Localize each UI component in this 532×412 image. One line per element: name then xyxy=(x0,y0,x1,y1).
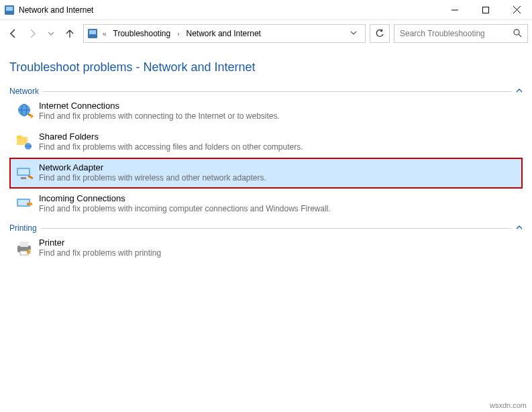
item-desc: Find and fix problems with accessing fil… xyxy=(39,142,303,152)
address-bar[interactable]: « Troubleshooting › Network and Internet xyxy=(83,24,366,43)
svg-rect-1 xyxy=(6,7,13,11)
firewall-icon xyxy=(13,193,35,215)
item-printer[interactable]: Printer Find and fix problems with print… xyxy=(9,233,523,264)
search-input[interactable]: Search Troubleshooting xyxy=(394,24,528,43)
svg-rect-3 xyxy=(483,7,489,13)
watermark: wsxdn.com xyxy=(490,401,527,409)
svg-point-8 xyxy=(514,30,519,35)
section-header-network[interactable]: Network xyxy=(9,87,523,96)
svg-rect-7 xyxy=(89,30,96,34)
control-panel-icon xyxy=(87,28,99,40)
chevron-up-icon[interactable] xyxy=(516,87,523,95)
nav-bar: « Troubleshooting › Network and Internet… xyxy=(0,20,532,47)
minimize-button[interactable] xyxy=(439,0,470,20)
close-button[interactable] xyxy=(501,0,532,20)
item-desc: Find and fix problems with incoming comp… xyxy=(39,204,331,214)
back-button[interactable] xyxy=(4,24,23,43)
item-incoming-connections[interactable]: Incoming Connections Find and fix proble… xyxy=(9,189,523,219)
item-desc: Find and fix problems with wireless and … xyxy=(39,173,266,183)
search-icon xyxy=(513,28,522,40)
section-label-printing: Printing xyxy=(9,223,37,233)
svg-rect-18 xyxy=(18,169,29,174)
search-placeholder: Search Troubleshooting xyxy=(400,29,485,38)
folder-network-icon xyxy=(13,132,35,153)
maximize-button[interactable] xyxy=(470,0,501,20)
chevron-up-icon[interactable] xyxy=(516,224,523,232)
content-area: Troubleshoot problems - Network and Inte… xyxy=(0,47,532,270)
svg-rect-19 xyxy=(21,177,26,179)
address-dropdown-button[interactable] xyxy=(345,30,362,38)
breadcrumb-network-internet[interactable]: Network and Internet xyxy=(184,28,264,40)
svg-rect-23 xyxy=(20,242,28,247)
recent-locations-button[interactable] xyxy=(42,24,60,43)
item-desc: Find and fix problems with printing xyxy=(39,248,161,258)
page-title: Troubleshoot problems - Network and Inte… xyxy=(9,60,523,74)
item-title: Incoming Connections xyxy=(39,193,331,204)
section-label-network: Network xyxy=(9,87,39,96)
window-controls xyxy=(439,0,532,20)
forward-button[interactable] xyxy=(23,24,42,43)
item-desc: Find and fix problems with connecting to… xyxy=(39,111,280,121)
item-network-adapter[interactable]: Network Adapter Find and fix problems wi… xyxy=(9,158,523,189)
network-adapter-icon xyxy=(13,162,35,184)
svg-line-9 xyxy=(519,34,521,37)
title-bar: Network and Internet xyxy=(0,0,532,20)
breadcrumb-troubleshooting[interactable]: Troubleshooting xyxy=(111,28,174,40)
item-title: Shared Folders xyxy=(39,132,303,142)
printer-icon xyxy=(13,238,35,259)
item-internet-connections[interactable]: Internet Connections Find and fix proble… xyxy=(9,96,523,127)
window-icon xyxy=(4,5,15,15)
up-button[interactable] xyxy=(60,24,79,43)
section-rule xyxy=(41,228,512,229)
refresh-button[interactable] xyxy=(370,24,390,43)
chevron-right-icon: › xyxy=(173,30,183,38)
svg-rect-14 xyxy=(17,136,22,138)
item-title: Printer xyxy=(39,238,161,248)
section-header-printing[interactable]: Printing xyxy=(9,223,523,233)
section-rule xyxy=(43,91,512,92)
breadcrumb-prefix: « xyxy=(99,30,111,38)
item-shared-folders[interactable]: Shared Folders Find and fix problems wit… xyxy=(9,127,523,158)
window-title: Network and Internet xyxy=(19,5,93,15)
item-title: Internet Connections xyxy=(39,101,280,111)
globe-icon xyxy=(13,101,35,122)
item-title: Network Adapter xyxy=(39,162,266,173)
